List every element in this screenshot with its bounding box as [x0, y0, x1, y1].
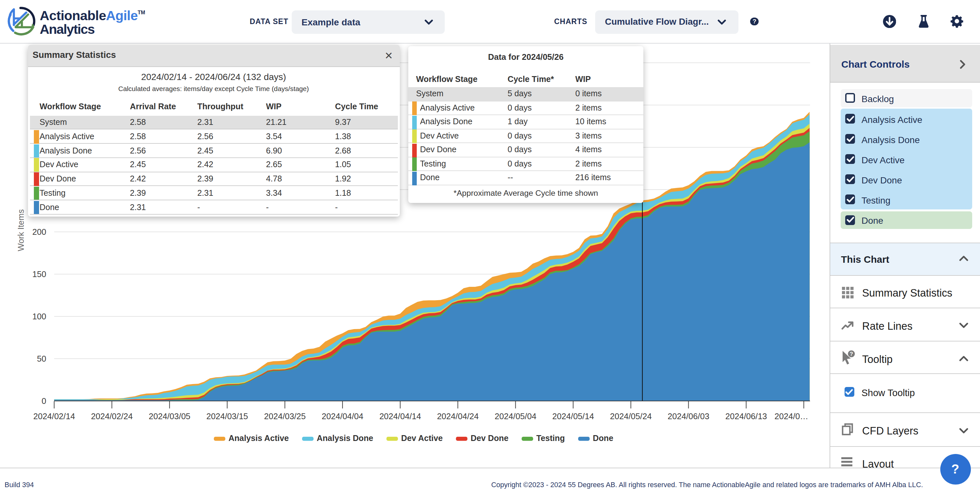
svg-text:2024/03/05: 2024/03/05 [149, 412, 191, 421]
svg-text:2024/04/24: 2024/04/24 [437, 412, 479, 421]
svg-text:Work Items: Work Items [16, 209, 25, 251]
svg-text:2024/04/14: 2024/04/14 [379, 412, 421, 421]
svg-text:Done: Done [593, 433, 613, 442]
svg-text:2024/05/14: 2024/05/14 [552, 412, 594, 421]
svg-text:200: 200 [32, 227, 46, 236]
svg-text:Dev Active: Dev Active [401, 433, 443, 442]
svg-text:50: 50 [37, 354, 46, 363]
svg-text:2024/0…: 2024/0… [775, 412, 808, 421]
svg-text:2024/06/13: 2024/06/13 [725, 412, 767, 421]
svg-text:100: 100 [32, 312, 46, 321]
svg-text:2024/05/04: 2024/05/04 [495, 412, 536, 421]
svg-text:2024/02/24: 2024/02/24 [91, 412, 133, 421]
svg-text:2024/02/14: 2024/02/14 [33, 412, 75, 421]
svg-text:2024/03/15: 2024/03/15 [207, 412, 248, 421]
svg-text:Dev Done: Dev Done [471, 433, 509, 442]
svg-text:Analysis Active: Analysis Active [229, 433, 289, 442]
svg-text:2024/05/24: 2024/05/24 [610, 412, 652, 421]
svg-text:2024/03/25: 2024/03/25 [264, 412, 306, 421]
svg-text:2024/06/03: 2024/06/03 [668, 412, 710, 421]
svg-text:150: 150 [32, 269, 46, 279]
svg-text:0: 0 [42, 396, 46, 406]
svg-text:Analysis Done: Analysis Done [317, 433, 374, 442]
svg-text:?: ? [850, 350, 853, 357]
svg-text:Testing: Testing [536, 433, 565, 442]
svg-text:2024/04/04: 2024/04/04 [322, 412, 363, 421]
